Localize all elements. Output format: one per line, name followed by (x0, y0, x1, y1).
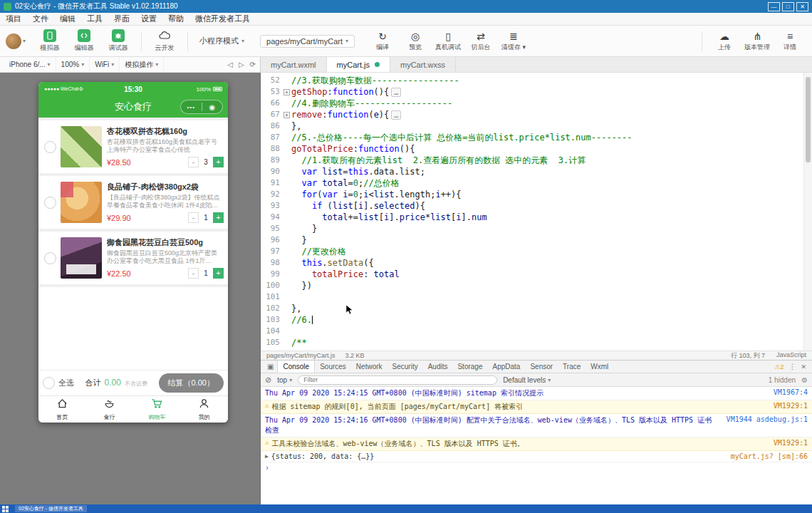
devtools-tab-storage[interactable]: Storage (452, 361, 487, 373)
minimize-button[interactable]: — (768, 2, 780, 11)
devtools-tab-appdata[interactable]: AppData (487, 361, 525, 373)
debugger-button[interactable]: 调试器 (101, 29, 135, 53)
more-icon[interactable]: ••• (181, 104, 202, 110)
item-select-radio[interactable] (44, 252, 56, 264)
code-line-86[interactable]: 86}, (261, 120, 803, 132)
expand-arrow-icon[interactable]: ▶ (265, 452, 269, 460)
devtools-tab-sensor[interactable]: Sensor (525, 361, 558, 373)
action-清缓存[interactable]: ≣清缓存 ▾ (497, 31, 530, 52)
maximize-button[interactable]: □ (782, 2, 794, 11)
collapsed-region[interactable]: … (391, 110, 401, 120)
code-line-53[interactable]: 53+getShop:function(){… (261, 86, 803, 98)
menu-item-6[interactable]: 帮助 (162, 14, 189, 24)
editor-button[interactable]: 编辑器 (67, 29, 101, 53)
qty-minus-button[interactable]: - (188, 157, 199, 167)
action-上传[interactable]: ☁上传 (708, 31, 741, 52)
qty-plus-button[interactable]: + (213, 212, 224, 223)
collapsed-region[interactable]: … (391, 88, 401, 97)
console-settings-icon[interactable]: ⚙ (801, 376, 808, 384)
editor-tab-myCart.wxml[interactable]: myCart.wxml (261, 57, 327, 72)
forward-icon[interactable]: ▷ (239, 61, 244, 68)
menu-item-0[interactable]: 项目 (0, 14, 27, 24)
code-line-103[interactable]: 103//6. (261, 314, 803, 326)
devtools-tab-network[interactable]: Network (351, 361, 387, 373)
inspect-element-icon[interactable]: ▣ (264, 363, 277, 370)
select-all-radio[interactable] (43, 377, 55, 389)
close-button[interactable]: ✕ (796, 2, 808, 11)
simulate-action-select[interactable]: 模拟操作 ▾ (120, 57, 164, 72)
item-select-radio[interactable] (44, 197, 56, 209)
devtools-close-icon[interactable]: ✕ (801, 363, 806, 370)
qty-plus-button[interactable]: + (213, 157, 224, 167)
devtools-tab-wxml[interactable]: Wxml (585, 361, 613, 373)
tab-我的[interactable]: 我的 (181, 396, 229, 423)
cloud-dev-button[interactable]: 云开发 (147, 29, 182, 53)
code-line-92[interactable]: 92 for(var i=0;i<list.length;i++){ (261, 189, 803, 200)
message-source-link[interactable]: VM1929:1 (766, 439, 808, 447)
code-line-52[interactable]: 52//3.获取购物车数据----------------- (261, 75, 803, 86)
qty-minus-button[interactable]: - (188, 268, 199, 279)
devtools-tab-sources[interactable]: Sources (315, 361, 351, 373)
status-language[interactable]: JavaScript (776, 351, 806, 361)
devtools-tab-trace[interactable]: Trace (558, 361, 585, 373)
tab-首页[interactable]: 首页 (38, 396, 86, 423)
qty-plus-button[interactable]: + (213, 268, 224, 279)
code-line-94[interactable]: 94 total+=list[i].price*list[i].num (261, 212, 803, 223)
code-line-95[interactable]: 95 } (261, 223, 803, 234)
warning-count-badge[interactable]: ⚠2 (774, 363, 784, 370)
fold-icon[interactable]: + (283, 112, 290, 118)
devtools-tab-security[interactable]: Security (387, 361, 423, 373)
message-source-link[interactable]: VM1944 asdebug.js:1 (719, 415, 808, 423)
code-line-67[interactable]: 67+remove:function(e){… (261, 109, 803, 120)
mode-select[interactable]: 小程序模式 ▾ (194, 34, 250, 48)
scrollbar-thumb[interactable] (806, 77, 811, 162)
console-prompt[interactable]: › (261, 462, 812, 473)
user-avatar[interactable] (6, 33, 21, 49)
menu-item-5[interactable]: 设置 (135, 14, 162, 24)
menu-item-3[interactable]: 工具 (81, 14, 108, 24)
console-filter-input[interactable] (298, 375, 497, 385)
code-line-105[interactable]: 105/** (261, 337, 803, 348)
clear-console-icon[interactable]: ⊘ (265, 375, 271, 385)
taskbar-app-item[interactable]: 02安心食疗 - 微信开发者工具 (15, 505, 87, 512)
code-line-99[interactable]: 99 totalPrice: total (261, 269, 803, 280)
menu-item-2[interactable]: 编辑 (54, 14, 81, 24)
item-select-radio[interactable] (44, 141, 56, 153)
code-line-101[interactable]: 101 (261, 291, 803, 303)
kebab-menu-icon[interactable]: ⋮ (788, 363, 796, 370)
device-select[interactable]: iPhone 6/... ▾ (4, 57, 56, 72)
code-line-91[interactable]: 91 var total=0;//总价格 (261, 177, 803, 189)
exit-target-icon[interactable]: ◉ (202, 103, 223, 111)
action-切后台[interactable]: ⇄切后台 (464, 31, 497, 52)
code-line-66[interactable]: 66//4.删除购物车------------------- (261, 98, 803, 109)
editor-tab-myCart.wxss[interactable]: myCart.wxss (390, 57, 456, 72)
start-button[interactable] (2, 506, 12, 512)
simulator-button[interactable]: 模拟器 (33, 29, 67, 53)
tab-购物车[interactable]: 购物车 (133, 396, 181, 423)
code-editor[interactable]: 52//3.获取购物车数据-----------------53+getShop… (261, 73, 812, 351)
message-source-link[interactable]: VM1929:1 (766, 402, 808, 410)
action-编译[interactable]: ↻编译 (366, 31, 399, 52)
code-line-93[interactable]: 93 if (list[i].selected){ (261, 200, 803, 212)
console-context-select[interactable]: top ▾ (277, 376, 292, 384)
code-line-87[interactable]: 87//5.-总价格----每一个选中后计算 总价格=当前的list.price… (261, 132, 803, 143)
log-levels-select[interactable]: Default levels ▾ (503, 376, 551, 384)
qty-minus-button[interactable]: - (188, 212, 199, 223)
message-source-link[interactable]: myCart.js? [sm]:66 (724, 452, 808, 460)
code-line-88[interactable]: 88goTotalPrice:function(){ (261, 143, 803, 155)
devtools-tab-audits[interactable]: Audits (423, 361, 453, 373)
code-line-104[interactable]: 104 (261, 326, 803, 337)
code-line-98[interactable]: 98 this.setData({ (261, 257, 803, 269)
tab-食疗[interactable]: 食疗 (86, 396, 134, 423)
network-select[interactable]: WiFi ▾ (90, 57, 120, 72)
code-line-89[interactable]: 89 //1.获取所有的元素list 2.查看遍历所有的数据 选中的元素 3.计… (261, 155, 803, 166)
message-source-link[interactable]: VM1967:4 (766, 388, 808, 396)
action-预览[interactable]: ◎预览 (399, 31, 432, 52)
code-line-100[interactable]: 100 }) (261, 280, 803, 291)
code-line-90[interactable]: 90 var list=this.data.list; (261, 166, 803, 177)
code-line-97[interactable]: 97 //更改价格 (261, 246, 803, 257)
code-line-96[interactable]: 96 } (261, 234, 803, 246)
menu-item-4[interactable]: 界面 (108, 14, 135, 24)
devtools-tab-console[interactable]: Console (277, 361, 315, 373)
action-详情[interactable]: ≡详情 (774, 31, 806, 52)
